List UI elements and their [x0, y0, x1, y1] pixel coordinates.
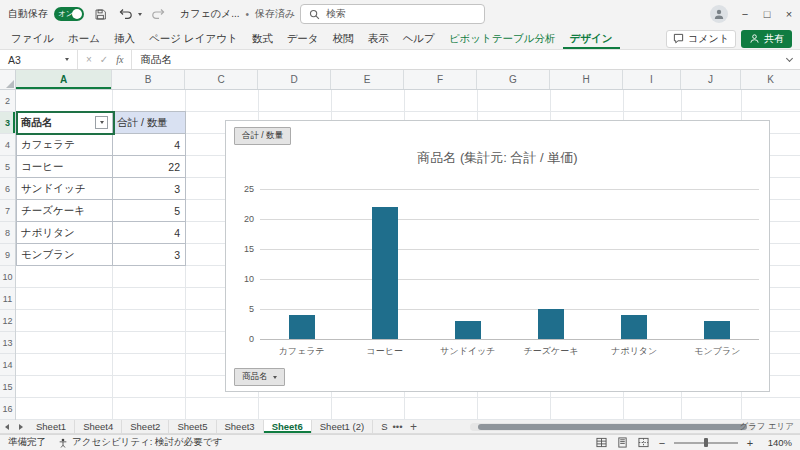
- page-layout-view-button[interactable]: [615, 436, 629, 450]
- pivot-row-field-header-cell[interactable]: 商品名: [17, 112, 113, 134]
- pivot-row-label-cell[interactable]: チーズケーキ: [17, 200, 113, 222]
- enter-button[interactable]: ✓: [100, 54, 108, 65]
- name-box[interactable]: A3: [0, 50, 78, 69]
- column-header[interactable]: H: [550, 70, 623, 89]
- chart-value-field-button[interactable]: 合計 / 数量: [234, 127, 291, 145]
- add-sheet-button[interactable]: +: [406, 420, 422, 433]
- sheet-tab[interactable]: Sheet1: [28, 420, 75, 433]
- pivot-row-label-cell[interactable]: サンドイッチ: [17, 178, 113, 200]
- normal-view-button[interactable]: [594, 436, 608, 450]
- ribbon-tab[interactable]: 表示: [361, 28, 396, 49]
- redo-button[interactable]: [148, 4, 168, 24]
- sheet-tab[interactable]: Sheet1 (2): [312, 420, 373, 433]
- row-header[interactable]: 4: [0, 134, 15, 156]
- ribbon-tab[interactable]: データ: [280, 28, 326, 49]
- row-header[interactable]: 3: [0, 112, 15, 134]
- search-box[interactable]: 検索: [300, 4, 485, 24]
- comments-button[interactable]: コメント: [666, 30, 736, 48]
- sheet-tab[interactable]: Sheet5: [169, 420, 216, 433]
- cells-area[interactable]: 商品名 合計 / 数量 カフェラテ 4 コーヒー 22 サンドイッチ 3: [16, 90, 800, 420]
- autosave-toggle[interactable]: オン: [54, 7, 84, 21]
- ribbon-tab[interactable]: ファイル: [4, 28, 61, 49]
- close-button[interactable]: ×: [778, 0, 800, 28]
- zoom-slider[interactable]: [674, 438, 738, 448]
- ribbon-tab[interactable]: ページ レイアウト: [142, 28, 245, 49]
- undo-button[interactable]: [116, 4, 136, 24]
- maximize-button[interactable]: □: [756, 0, 778, 28]
- column-header[interactable]: E: [331, 70, 404, 89]
- zoom-out-button[interactable]: −: [657, 437, 667, 449]
- filter-dropdown-button[interactable]: [95, 116, 108, 129]
- pivot-row-value-cell[interactable]: 3: [113, 244, 186, 266]
- column-header[interactable]: G: [477, 70, 550, 89]
- share-button[interactable]: 共有: [741, 30, 792, 48]
- row-header[interactable]: 11: [0, 288, 15, 310]
- column-header[interactable]: B: [112, 70, 185, 89]
- undo-dropdown-caret-icon[interactable]: [138, 13, 142, 16]
- cancel-button[interactable]: ×: [86, 54, 92, 65]
- row-header[interactable]: 13: [0, 332, 15, 354]
- insert-function-button[interactable]: fx: [116, 54, 123, 65]
- scrollbar-thumb[interactable]: [478, 424, 747, 430]
- column-header[interactable]: K: [741, 70, 800, 89]
- row-header[interactable]: 12: [0, 310, 15, 332]
- pivot-row-label-cell[interactable]: カフェラテ: [17, 134, 113, 156]
- ribbon-tab[interactable]: ヘルプ: [396, 28, 442, 49]
- save-button[interactable]: [90, 4, 110, 24]
- pivot-row-label-cell[interactable]: モンブラン: [17, 244, 113, 266]
- ribbon-tab[interactable]: 校閲: [326, 28, 361, 49]
- column-header[interactable]: A: [16, 70, 112, 89]
- column-header[interactable]: J: [681, 70, 741, 89]
- ribbon-tab[interactable]: 数式: [245, 28, 280, 49]
- minimize-button[interactable]: −: [734, 0, 756, 28]
- column-header[interactable]: D: [258, 70, 331, 89]
- ribbon-tab[interactable]: デザイン: [563, 28, 620, 49]
- sheet-tab[interactable]: Sheet6: [264, 420, 312, 433]
- chart-bar[interactable]: [455, 321, 481, 339]
- row-header[interactable]: 10: [0, 266, 15, 288]
- accessibility-status[interactable]: アクセシビリティ: 検討が必要です: [58, 436, 222, 449]
- pivot-row-value-cell[interactable]: 3: [113, 178, 186, 200]
- pivot-chart[interactable]: 合計 / 数量 商品名 (集計元: 合計 / 単価) 0510152025カフェ…: [225, 120, 770, 392]
- formula-input[interactable]: 商品名: [132, 50, 778, 69]
- ribbon-tab[interactable]: ホーム: [61, 28, 107, 49]
- sheet-nav-right-button[interactable]: [14, 420, 28, 433]
- row-header[interactable]: 6: [0, 178, 15, 200]
- row-header[interactable]: 7: [0, 200, 15, 222]
- chart-axis-field-button[interactable]: 商品名: [234, 368, 285, 386]
- pivot-value-header-cell[interactable]: 合計 / 数量: [113, 112, 186, 134]
- chart-bar[interactable]: [289, 315, 315, 339]
- zoom-knob[interactable]: [704, 438, 708, 447]
- chart-bar[interactable]: [538, 309, 564, 339]
- pivot-row-label-cell[interactable]: ナポリタン: [17, 222, 113, 244]
- document-title[interactable]: カフェのメ...: [180, 7, 240, 21]
- row-header[interactable]: 16: [0, 398, 15, 420]
- chart-title[interactable]: 商品名 (集計元: 合計 / 単価): [226, 149, 769, 167]
- ribbon-tab[interactable]: ピボットテーブル分析: [442, 28, 563, 49]
- pivot-row-value-cell[interactable]: 4: [113, 222, 186, 244]
- sheet-tab[interactable]: S: [373, 420, 389, 433]
- sheet-tab[interactable]: Sheet2: [122, 420, 169, 433]
- zoom-percentage[interactable]: 140%: [762, 437, 792, 448]
- row-header[interactable]: 15: [0, 376, 15, 398]
- pivot-row-label-cell[interactable]: コーヒー: [17, 156, 113, 178]
- column-header[interactable]: C: [185, 70, 258, 89]
- row-header[interactable]: 9: [0, 244, 15, 266]
- sheet-overflow-button[interactable]: •••: [390, 420, 406, 433]
- page-break-view-button[interactable]: [636, 436, 650, 450]
- sheet-nav-left-button[interactable]: [0, 420, 14, 433]
- pivot-row-value-cell[interactable]: 22: [113, 156, 186, 178]
- chart-bar[interactable]: [372, 207, 398, 339]
- row-header[interactable]: 2: [0, 90, 15, 112]
- chart-bar[interactable]: [704, 321, 730, 339]
- select-all-corner[interactable]: [0, 70, 16, 90]
- zoom-in-button[interactable]: +: [745, 437, 755, 449]
- column-header[interactable]: F: [404, 70, 477, 89]
- horizontal-scrollbar[interactable]: [470, 423, 755, 431]
- sheet-tab[interactable]: Sheet4: [75, 420, 122, 433]
- account-avatar[interactable]: [710, 5, 728, 23]
- name-box-caret-icon[interactable]: [65, 58, 69, 61]
- pivot-row-value-cell[interactable]: 4: [113, 134, 186, 156]
- sheet-tab[interactable]: Sheet3: [217, 420, 264, 433]
- row-header[interactable]: 8: [0, 222, 15, 244]
